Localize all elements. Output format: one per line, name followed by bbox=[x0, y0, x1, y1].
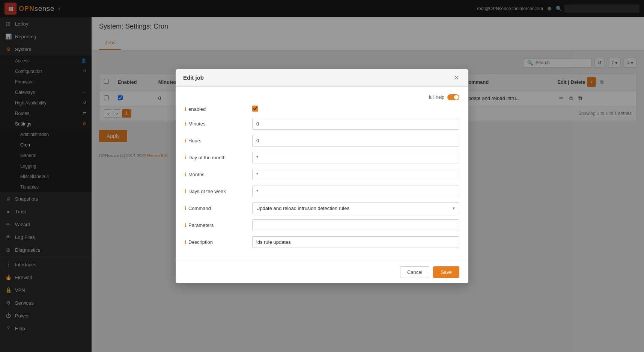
modal-header: Edit job ✕ bbox=[176, 69, 468, 87]
dow-input[interactable] bbox=[252, 186, 459, 197]
parameters-label: Parameters bbox=[188, 222, 214, 228]
dow-info-icon: ℹ bbox=[185, 189, 187, 194]
parameters-input[interactable] bbox=[252, 219, 459, 231]
enabled-label: enabled bbox=[188, 106, 206, 112]
form-row-parameters: ℹ Parameters bbox=[185, 219, 459, 231]
full-help-row: full help bbox=[185, 94, 459, 100]
description-label: Description bbox=[188, 239, 213, 245]
form-row-dow: ℹ Days of the week bbox=[185, 186, 459, 197]
form-row-hours: ℹ Hours bbox=[185, 135, 459, 147]
description-input[interactable] bbox=[252, 236, 459, 248]
command-select[interactable]: Update and reload intrusion detection ru… bbox=[252, 202, 459, 214]
cancel-button[interactable]: Cancel bbox=[400, 266, 429, 278]
months-label: Months bbox=[188, 172, 205, 177]
full-help-toggle[interactable] bbox=[447, 94, 459, 100]
form-row-months: ℹ Months bbox=[185, 169, 459, 180]
minutes-input[interactable] bbox=[252, 118, 459, 130]
command-label: Command bbox=[188, 205, 211, 211]
hours-info-icon: ℹ bbox=[185, 138, 187, 144]
modal-close-button[interactable]: ✕ bbox=[452, 74, 461, 81]
months-input[interactable] bbox=[252, 169, 459, 180]
minutes-info-icon: ℹ bbox=[185, 121, 187, 127]
parameters-info-icon: ℹ bbox=[185, 222, 187, 228]
form-row-dom: ℹ Day of the month bbox=[185, 152, 459, 163]
modal-body: full help ℹ enabled ℹ Minutes bbox=[176, 87, 468, 261]
save-button[interactable]: Save bbox=[433, 266, 459, 278]
command-info-icon: ℹ bbox=[185, 205, 187, 211]
dow-label: Days of the week bbox=[188, 189, 226, 194]
modal-title: Edit job bbox=[183, 74, 204, 81]
modal-footer: Cancel Save bbox=[176, 261, 468, 283]
hours-input[interactable] bbox=[252, 135, 459, 147]
full-help-label: full help bbox=[429, 95, 444, 100]
enabled-checkbox[interactable] bbox=[252, 106, 258, 112]
description-info-icon: ℹ bbox=[185, 239, 187, 245]
form-row-command: ℹ Command Update and reload intrusion de… bbox=[185, 202, 459, 214]
modal-overlay[interactable]: Edit job ✕ full help ℹ enabled bbox=[0, 0, 644, 352]
dom-label: Day of the month bbox=[188, 155, 226, 160]
edit-job-modal: Edit job ✕ full help ℹ enabled bbox=[176, 69, 468, 283]
months-info-icon: ℹ bbox=[185, 172, 187, 177]
form-row-description: ℹ Description bbox=[185, 236, 459, 248]
minutes-label: Minutes bbox=[188, 121, 206, 127]
form-row-minutes: ℹ Minutes bbox=[185, 118, 459, 130]
enabled-info-icon: ℹ bbox=[185, 106, 187, 112]
dom-info-icon: ℹ bbox=[185, 155, 187, 160]
form-row-enabled: ℹ enabled bbox=[185, 106, 459, 113]
hours-label: Hours bbox=[188, 138, 202, 144]
dom-input[interactable] bbox=[252, 152, 459, 163]
